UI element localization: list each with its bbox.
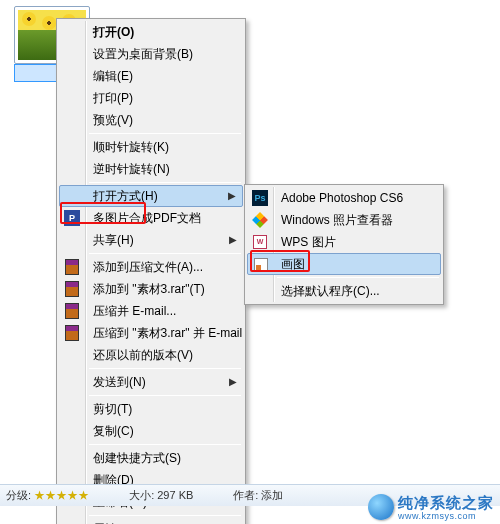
menu-open-with-label: 打开方式(H) bbox=[93, 189, 158, 203]
menu-cut[interactable]: 剪切(T) bbox=[59, 398, 243, 420]
separator bbox=[89, 515, 241, 516]
submenu-photoshop[interactable]: Ps Adobe Photoshop CS6 bbox=[247, 187, 441, 209]
submenu-wps[interactable]: W WPS 图片 bbox=[247, 231, 441, 253]
archive-icon bbox=[63, 324, 81, 342]
submenu-windows-viewer-label: Windows 照片查看器 bbox=[281, 213, 393, 227]
submenu-arrow-icon: ▶ bbox=[228, 186, 236, 206]
submenu-windows-viewer[interactable]: Windows 照片查看器 bbox=[247, 209, 441, 231]
menu-zip-email-label: 压缩并 E-mail... bbox=[93, 304, 176, 318]
menu-pdf-merge-label: 多图片合成PDF文档 bbox=[93, 211, 201, 225]
menu-restore-previous[interactable]: 还原以前的版本(V) bbox=[59, 344, 243, 366]
submenu-photoshop-label: Adobe Photoshop CS6 bbox=[281, 191, 403, 205]
separator bbox=[89, 368, 241, 369]
menu-copy[interactable]: 复制(C) bbox=[59, 420, 243, 442]
menu-rotate-ccw[interactable]: 逆时针旋转(N) bbox=[59, 158, 243, 180]
menu-rotate-cw[interactable]: 顺时针旋转(K) bbox=[59, 136, 243, 158]
menu-send-to[interactable]: 发送到(N) ▶ bbox=[59, 371, 243, 393]
status-author-value: 添加 bbox=[261, 489, 283, 501]
open-with-submenu: Ps Adobe Photoshop CS6 Windows 照片查看器 W W… bbox=[244, 184, 444, 305]
menu-preview[interactable]: 预览(V) bbox=[59, 109, 243, 131]
menu-send-to-label: 发送到(N) bbox=[93, 375, 146, 389]
status-size-value: 297 KB bbox=[157, 489, 193, 501]
menu-zip-rar-email-label: 压缩到 "素材3.rar" 并 E-mail bbox=[93, 326, 242, 340]
watermark-logo-icon bbox=[368, 494, 394, 520]
watermark: 纯净系统之家 www.kzmsys.com bbox=[368, 490, 494, 524]
status-rating-label: 分级: bbox=[6, 489, 31, 501]
menu-set-background[interactable]: 设置为桌面背景(B) bbox=[59, 43, 243, 65]
submenu-arrow-icon: ▶ bbox=[229, 371, 237, 393]
menu-properties[interactable]: 属性(R) bbox=[59, 518, 243, 524]
photoshop-icon: Ps bbox=[251, 189, 269, 207]
status-author-label: 作者: bbox=[233, 489, 258, 501]
separator bbox=[89, 182, 241, 183]
submenu-arrow-icon: ▶ bbox=[229, 229, 237, 251]
menu-edit[interactable]: 编辑(E) bbox=[59, 65, 243, 87]
submenu-paint[interactable]: 画图 bbox=[247, 253, 441, 275]
separator bbox=[89, 395, 241, 396]
menu-share-label: 共享(H) bbox=[93, 233, 134, 247]
separator bbox=[89, 133, 241, 134]
menu-pdf-merge[interactable]: P 多图片合成PDF文档 bbox=[59, 207, 243, 229]
wps-icon: W bbox=[251, 233, 269, 251]
status-size-label: 大小: bbox=[129, 489, 154, 501]
windows-viewer-icon bbox=[251, 211, 269, 229]
menu-zip-rar-email[interactable]: 压缩到 "素材3.rar" 并 E-mail bbox=[59, 322, 243, 344]
submenu-choose-default[interactable]: 选择默认程序(C)... bbox=[247, 280, 441, 302]
separator bbox=[89, 444, 241, 445]
separator bbox=[277, 277, 439, 278]
submenu-paint-label: 画图 bbox=[281, 257, 305, 271]
menu-add-archive[interactable]: 添加到压缩文件(A)... bbox=[59, 256, 243, 278]
archive-icon bbox=[63, 280, 81, 298]
context-menu: 打开(O) 设置为桌面背景(B) 编辑(E) 打印(P) 预览(V) 顺时针旋转… bbox=[56, 18, 246, 524]
separator bbox=[89, 253, 241, 254]
submenu-wps-label: WPS 图片 bbox=[281, 235, 336, 249]
archive-icon bbox=[63, 302, 81, 320]
menu-zip-email[interactable]: 压缩并 E-mail... bbox=[59, 300, 243, 322]
menu-open-with[interactable]: 打开方式(H) ▶ bbox=[59, 185, 243, 207]
watermark-url: www.kzmsys.com bbox=[398, 511, 476, 521]
menu-open[interactable]: 打开(O) bbox=[59, 21, 243, 43]
menu-share[interactable]: 共享(H) ▶ bbox=[59, 229, 243, 251]
menu-add-rar-label: 添加到 "素材3.rar"(T) bbox=[93, 282, 205, 296]
menu-add-rar[interactable]: 添加到 "素材3.rar"(T) bbox=[59, 278, 243, 300]
paint-icon bbox=[252, 256, 270, 274]
menu-add-archive-label: 添加到压缩文件(A)... bbox=[93, 260, 203, 274]
menu-print[interactable]: 打印(P) bbox=[59, 87, 243, 109]
archive-icon bbox=[63, 258, 81, 276]
menu-create-shortcut[interactable]: 创建快捷方式(S) bbox=[59, 447, 243, 469]
pdf-icon: P bbox=[63, 209, 81, 227]
